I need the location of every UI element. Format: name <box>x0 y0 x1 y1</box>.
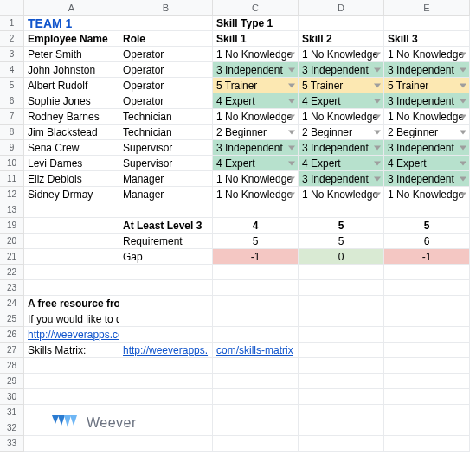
row-header-3[interactable]: 3 <box>0 47 24 62</box>
skill-dropdown[interactable]: 1 No Knowledge <box>384 47 470 62</box>
chevron-down-icon[interactable] <box>288 83 295 87</box>
chevron-down-icon[interactable] <box>374 67 381 72</box>
row-header-10[interactable]: 10 <box>0 156 24 171</box>
skill-dropdown[interactable]: 1 No Knowledge <box>213 171 299 187</box>
col-header-C[interactable]: C <box>213 0 299 16</box>
row-header-30[interactable]: 30 <box>0 389 24 405</box>
row-header-20[interactable]: 20 <box>0 234 24 249</box>
chevron-down-icon[interactable] <box>374 176 381 181</box>
row-header-11[interactable]: 11 <box>0 171 24 187</box>
row-header-19[interactable]: 19 <box>0 218 24 234</box>
row-header-27[interactable]: 27 <box>0 343 24 358</box>
skill-dropdown[interactable]: 4 Expert <box>299 156 384 171</box>
skill-dropdown[interactable]: 5 Trainer <box>299 78 384 93</box>
chevron-down-icon[interactable] <box>460 192 466 196</box>
chevron-down-icon[interactable] <box>374 130 381 134</box>
chevron-down-icon[interactable] <box>288 161 295 165</box>
chevron-down-icon[interactable] <box>288 176 295 181</box>
employee-role: Operator <box>119 93 213 109</box>
row-header-12[interactable]: 12 <box>0 187 24 202</box>
skill-dropdown[interactable]: 2 Beginner <box>299 125 384 140</box>
skill-dropdown[interactable]: 1 No Knowledge <box>213 109 299 125</box>
row-header-4[interactable]: 4 <box>0 62 24 78</box>
col-header-A[interactable]: A <box>24 0 119 16</box>
row-header-28[interactable]: 28 <box>0 358 24 374</box>
skill-dropdown[interactable]: 1 No Knowledge <box>299 109 384 125</box>
row-header-9[interactable]: 9 <box>0 140 24 156</box>
chevron-down-icon[interactable] <box>460 176 466 181</box>
skill-dropdown[interactable]: 3 Independent <box>299 140 384 156</box>
skill-dropdown[interactable]: 3 Independent <box>384 171 470 187</box>
skill-dropdown[interactable]: 3 Independent <box>213 140 299 156</box>
chevron-down-icon[interactable] <box>288 114 295 119</box>
skill-dropdown[interactable]: 3 Independent <box>384 62 470 78</box>
chevron-down-icon[interactable] <box>460 130 466 134</box>
skill-dropdown[interactable]: 4 Expert <box>213 93 299 109</box>
skill-dropdown[interactable]: 4 Expert <box>299 93 384 109</box>
row-header-5[interactable]: 5 <box>0 78 24 93</box>
row-header-2[interactable]: 2 <box>0 31 24 47</box>
row-header-32[interactable]: 32 <box>0 420 24 436</box>
chevron-down-icon[interactable] <box>460 99 466 103</box>
skill-dropdown[interactable]: 1 No Knowledge <box>384 109 470 125</box>
skills-matrix-link-a[interactable]: http://weeverapps. <box>123 344 208 356</box>
skill-dropdown[interactable]: 5 Trainer <box>384 78 470 93</box>
chevron-down-icon[interactable] <box>460 114 466 119</box>
skill-dropdown[interactable]: 4 Expert <box>384 156 470 171</box>
skill-dropdown[interactable]: 4 Expert <box>213 156 299 171</box>
chevron-down-icon[interactable] <box>288 52 295 56</box>
chevron-down-icon[interactable] <box>288 192 295 196</box>
row-header-29[interactable]: 29 <box>0 374 24 389</box>
row-header-1[interactable]: 1 <box>0 16 24 31</box>
row-header-21[interactable]: 21 <box>0 249 24 265</box>
chevron-down-icon[interactable] <box>374 192 381 196</box>
skill-dropdown[interactable]: 5 Trainer <box>213 78 299 93</box>
skill-dropdown[interactable]: 1 No Knowledge <box>299 47 384 62</box>
skill-dropdown[interactable]: 3 Independent <box>384 93 470 109</box>
row-header-8[interactable]: 8 <box>0 125 24 140</box>
skill-dropdown[interactable]: 1 No Knowledge <box>384 187 470 202</box>
row-header-23[interactable]: 23 <box>0 280 24 296</box>
col-header-B[interactable]: B <box>119 0 213 16</box>
chevron-down-icon[interactable] <box>374 83 381 87</box>
chevron-down-icon[interactable] <box>460 83 466 87</box>
row-header-24[interactable]: 24 <box>0 296 24 311</box>
row-header-31[interactable]: 31 <box>0 405 24 420</box>
row-header-22[interactable]: 22 <box>0 265 24 280</box>
chevron-down-icon[interactable] <box>288 145 295 150</box>
skill-dropdown[interactable]: 1 No Knowledge <box>213 47 299 62</box>
link-cell[interactable]: com/skills-matrix <box>213 343 299 358</box>
row-header-13[interactable]: 13 <box>0 202 24 218</box>
chevron-down-icon[interactable] <box>374 145 381 150</box>
skill-dropdown[interactable]: 3 Independent <box>213 62 299 78</box>
chevron-down-icon[interactable] <box>288 99 295 103</box>
row-header-6[interactable]: 6 <box>0 93 24 109</box>
row-header-25[interactable]: 25 <box>0 311 24 327</box>
link-cell[interactable]: http://weeverapps.com <box>24 327 119 343</box>
row-header-33[interactable]: 33 <box>0 436 24 452</box>
row-header-7[interactable]: 7 <box>0 109 24 125</box>
chevron-down-icon[interactable] <box>460 161 466 165</box>
skill-dropdown[interactable]: 3 Independent <box>299 171 384 187</box>
skill-dropdown[interactable]: 3 Independent <box>384 140 470 156</box>
chevron-down-icon[interactable] <box>374 114 381 119</box>
chevron-down-icon[interactable] <box>460 145 466 150</box>
skill-dropdown[interactable]: 2 Beginner <box>213 125 299 140</box>
chevron-down-icon[interactable] <box>460 67 466 72</box>
chevron-down-icon[interactable] <box>288 67 295 72</box>
weever-link[interactable]: http://weeverapps.com <box>28 327 119 342</box>
chevron-down-icon[interactable] <box>374 161 381 165</box>
chevron-down-icon[interactable] <box>460 52 466 56</box>
col-header-E[interactable]: E <box>384 0 470 16</box>
skill-dropdown[interactable]: 1 No Knowledge <box>213 187 299 202</box>
chevron-down-icon[interactable] <box>374 52 381 56</box>
row-header-26[interactable]: 26 <box>0 327 24 343</box>
col-header-D[interactable]: D <box>299 0 384 16</box>
skills-matrix-link-b[interactable]: com/skills-matrix <box>216 344 293 356</box>
skill-dropdown[interactable]: 2 Beginner <box>384 125 470 140</box>
chevron-down-icon[interactable] <box>288 130 295 134</box>
skill-dropdown[interactable]: 3 Independent <box>299 62 384 78</box>
chevron-down-icon[interactable] <box>374 99 381 103</box>
link-cell[interactable]: http://weeverapps. <box>119 343 213 358</box>
skill-dropdown[interactable]: 1 No Knowledge <box>299 187 384 202</box>
